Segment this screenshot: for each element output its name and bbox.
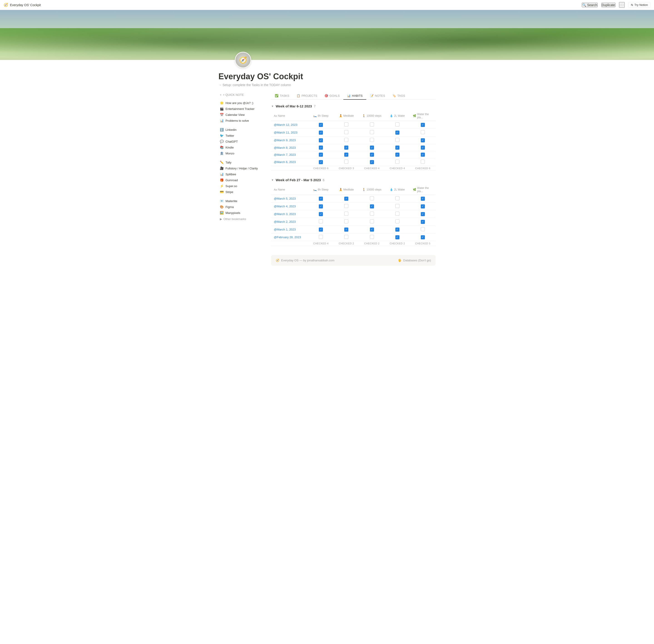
checkbox-unchecked[interactable] bbox=[344, 130, 348, 134]
checkbox-unchecked[interactable] bbox=[370, 130, 374, 134]
checkbox-unchecked[interactable] bbox=[344, 160, 348, 164]
checkbox-checked[interactable]: ✓ bbox=[319, 131, 323, 135]
checkbox-unchecked[interactable] bbox=[370, 196, 374, 200]
sidebar-item-splitbee[interactable]: 📊 Splitbee bbox=[218, 171, 264, 177]
tab-notes[interactable]: 📝 NOTES bbox=[366, 92, 389, 100]
checkbox-checked[interactable]: ✓ bbox=[421, 138, 425, 142]
date-link[interactable]: @March 8, 2023 bbox=[274, 146, 296, 150]
checkbox-checked[interactable]: ✓ bbox=[421, 212, 425, 216]
footer-databases[interactable]: 🖐️ Databases (Don't go) bbox=[398, 259, 431, 262]
checkbox-checked[interactable]: ✓ bbox=[319, 153, 323, 157]
checkbox-checked[interactable]: ✓ bbox=[395, 228, 399, 232]
tab-tags[interactable]: 🏷️ TAGS bbox=[389, 92, 409, 100]
sidebar-other-bookmarks[interactable]: ▶ Other bookmarks bbox=[218, 216, 264, 222]
sidebar-item-twitter[interactable]: 🐦 Twitter bbox=[218, 133, 264, 138]
tab-habits[interactable]: 📊 HABITS bbox=[343, 92, 366, 100]
checkbox-checked[interactable]: ✓ bbox=[421, 145, 425, 150]
tab-tasks[interactable]: ✅ TASKS bbox=[271, 92, 293, 100]
sidebar-item-kindle[interactable]: 📚 Kindle bbox=[218, 145, 264, 150]
checkbox-checked[interactable]: ✓ bbox=[395, 153, 399, 157]
date-link[interactable]: @March 1, 2023 bbox=[274, 228, 296, 231]
checkbox-checked[interactable]: ✓ bbox=[344, 153, 348, 157]
date-link[interactable]: @March 11, 2023 bbox=[274, 131, 298, 134]
checkbox-checked[interactable]: ✓ bbox=[319, 228, 323, 232]
checkbox-checked[interactable]: ✓ bbox=[319, 160, 323, 164]
sidebar-item-superso[interactable]: ⚡ Super.so bbox=[218, 183, 264, 189]
checkbox-unchecked[interactable] bbox=[395, 138, 399, 142]
checkbox-checked[interactable]: ✓ bbox=[319, 145, 323, 150]
checkbox-checked[interactable]: ✓ bbox=[395, 131, 399, 135]
checkbox-unchecked[interactable] bbox=[344, 235, 348, 239]
sidebar-item-linkedin[interactable]: ℹ️ Linkedin bbox=[218, 127, 264, 132]
checkbox-checked[interactable]: ✓ bbox=[421, 153, 425, 157]
checkbox-unchecked[interactable] bbox=[370, 138, 374, 142]
checkbox-unchecked[interactable] bbox=[344, 122, 348, 127]
checkbox-unchecked[interactable] bbox=[395, 122, 399, 127]
checkbox-unchecked[interactable] bbox=[395, 204, 399, 208]
checkbox-unchecked[interactable] bbox=[370, 235, 374, 239]
checkbox-unchecked[interactable] bbox=[344, 138, 348, 142]
duplicate-button[interactable]: Duplicate bbox=[601, 3, 615, 7]
quick-note-button[interactable]: + + QUICK NOTE bbox=[218, 92, 264, 97]
checkbox-unchecked[interactable] bbox=[395, 220, 399, 224]
checkbox-checked[interactable]: ✓ bbox=[421, 220, 425, 224]
checkbox-unchecked[interactable] bbox=[344, 204, 348, 208]
date-link[interactable]: @February 28, 2023 bbox=[274, 235, 301, 239]
date-link[interactable]: @March 9, 2023 bbox=[274, 139, 296, 142]
sidebar-item-fullstory[interactable]: 🎥 Fullstory / Hotjar / Clarity bbox=[218, 165, 264, 171]
date-link[interactable]: @March 6, 2023 bbox=[274, 160, 296, 164]
checkbox-checked[interactable]: ✓ bbox=[370, 204, 374, 208]
sidebar-item-manypixels[interactable]: 🖼️ Manypixels bbox=[218, 210, 264, 215]
sidebar-item-entertainment[interactable]: 🎬 Entertainment Tracker bbox=[218, 106, 264, 112]
checkbox-checked[interactable]: ✓ bbox=[370, 228, 374, 232]
checkbox-unchecked[interactable] bbox=[319, 220, 323, 224]
checkbox-unchecked[interactable] bbox=[395, 196, 399, 200]
week1-header[interactable]: ▼ Week of Mar 6-12 2023 7 bbox=[271, 104, 436, 108]
date-link[interactable]: @March 4, 2023 bbox=[274, 205, 296, 208]
checkbox-unchecked[interactable] bbox=[344, 220, 348, 224]
date-link[interactable]: @March 12, 2023 bbox=[274, 123, 298, 127]
checkbox-unchecked[interactable] bbox=[370, 212, 374, 216]
sidebar-item-problems[interactable]: 📊 Problems to solve bbox=[218, 118, 264, 123]
try-notion-button[interactable]: N Try Notion bbox=[628, 2, 650, 8]
checkbox-checked[interactable]: ✓ bbox=[370, 153, 374, 157]
checkbox-unchecked[interactable] bbox=[421, 130, 425, 134]
checkbox-checked[interactable]: ✓ bbox=[421, 235, 425, 239]
sidebar-item-mailerlite[interactable]: 📧 Mailerlite bbox=[218, 198, 264, 204]
week2-header[interactable]: ▼ Week of Feb 27 - Mar 5 2023 6 bbox=[271, 178, 436, 182]
checkbox-unchecked[interactable] bbox=[319, 235, 323, 239]
more-options-button[interactable]: ··· bbox=[619, 2, 625, 8]
checkbox-unchecked[interactable] bbox=[395, 212, 399, 216]
sidebar-item-tally[interactable]: ✏️ Tally bbox=[218, 160, 264, 165]
checkbox-checked[interactable]: ✓ bbox=[344, 228, 348, 232]
checkbox-checked[interactable]: ✓ bbox=[319, 138, 323, 142]
sidebar-item-stripe[interactable]: 💳 Stripe bbox=[218, 189, 264, 194]
checkbox-unchecked[interactable] bbox=[370, 220, 374, 224]
checkbox-checked[interactable]: ✓ bbox=[319, 204, 323, 208]
sidebar-item-figma[interactable]: 🎨 Figma bbox=[218, 204, 264, 210]
sidebar-item-gumroad[interactable]: 🎁 Gumroad bbox=[218, 177, 264, 183]
tab-projects[interactable]: 📋 PROJECTS bbox=[293, 92, 321, 100]
date-link[interactable]: @March 3, 2023 bbox=[274, 212, 296, 216]
checkbox-unchecked[interactable] bbox=[421, 227, 425, 231]
checkbox-checked[interactable]: ✓ bbox=[421, 123, 425, 127]
date-link[interactable]: @March 2, 2023 bbox=[274, 220, 296, 224]
tab-goals[interactable]: 🎯 GOALS bbox=[321, 92, 343, 100]
sidebar-item-calendar[interactable]: 📅 Calendar View bbox=[218, 112, 264, 117]
search-button[interactable]: 🔍 Search bbox=[582, 3, 598, 7]
checkbox-checked[interactable]: ✓ bbox=[319, 123, 323, 127]
sidebar-item-howdy[interactable]: 🌟 How are you @Jo? :) bbox=[218, 100, 264, 106]
checkbox-checked[interactable]: ✓ bbox=[395, 235, 399, 239]
sidebar-item-monzo[interactable]: 🏦 Monzo bbox=[218, 151, 264, 156]
sidebar-item-chatgpt[interactable]: 💬 ChatGPT bbox=[218, 139, 264, 144]
checkbox-checked[interactable]: ✓ bbox=[319, 212, 323, 216]
checkbox-checked[interactable]: ✓ bbox=[370, 160, 374, 164]
checkbox-unchecked[interactable] bbox=[344, 212, 348, 216]
checkbox-unchecked[interactable] bbox=[421, 160, 425, 164]
checkbox-checked[interactable]: ✓ bbox=[395, 145, 399, 150]
checkbox-checked[interactable]: ✓ bbox=[344, 197, 348, 201]
date-link[interactable]: @March 5, 2023 bbox=[274, 197, 296, 200]
checkbox-checked[interactable]: ✓ bbox=[421, 197, 425, 201]
checkbox-checked[interactable]: ✓ bbox=[319, 197, 323, 201]
checkbox-unchecked[interactable] bbox=[395, 160, 399, 164]
